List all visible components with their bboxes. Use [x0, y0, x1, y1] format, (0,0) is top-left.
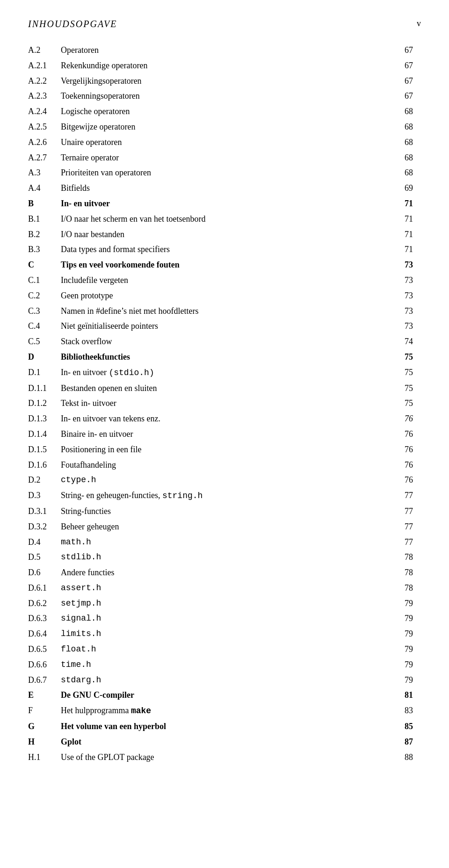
- toc-entry: D.6.1assert.h78: [28, 581, 421, 595]
- toc-section-number: A.2.7: [28, 151, 61, 165]
- toc-entry: CTips en veel voorkomende fouten73: [28, 258, 421, 272]
- toc-page-number: 77: [398, 505, 421, 518]
- toc-page-number: 78: [398, 550, 421, 564]
- toc-entry: A.2.7Ternaire operator68: [28, 151, 421, 165]
- toc-page-number: 73: [398, 304, 421, 318]
- toc-entry: D.1.1Bestanden openen en sluiten75: [28, 382, 421, 395]
- toc-entry: C.1Includefile vergeten73: [28, 274, 421, 287]
- toc-section-number: C.3: [28, 304, 61, 318]
- toc-entry: A.2.3Toekenningsoperatoren67: [28, 89, 421, 103]
- toc-section-title: signal.h: [61, 612, 398, 625]
- toc-entry: A.2Operatoren67: [28, 43, 421, 57]
- toc-section-title: Prioriteiten van operatoren: [61, 166, 398, 180]
- toc-section-title: Positionering in een file: [61, 443, 398, 456]
- toc-section-number: D.4: [28, 535, 61, 549]
- toc-entry: D.4math.h77: [28, 535, 421, 549]
- toc-page-number: 67: [398, 59, 421, 72]
- toc-page-number: 79: [398, 627, 421, 641]
- toc-page-number: 76: [398, 443, 421, 456]
- toc-section-title: Bitfields: [61, 181, 398, 195]
- toc-section-number: A.4: [28, 181, 61, 195]
- toc-section-title: Toekenningsoperatoren: [61, 89, 398, 103]
- toc-page-number: 68: [398, 166, 421, 180]
- toc-section-number: D.1.1: [28, 382, 61, 395]
- toc-page-number: 71: [398, 212, 421, 226]
- toc-page-number: 71: [398, 228, 421, 241]
- toc-section-number: A.2: [28, 43, 61, 57]
- toc-section-title: Het hulpprogramma make: [61, 704, 398, 718]
- toc-section-title: In- en uitvoer (stdio.h): [61, 366, 398, 380]
- toc-page-number: 77: [398, 520, 421, 534]
- toc-section-number: D.3: [28, 489, 61, 503]
- toc-page-number: 81: [398, 688, 421, 702]
- toc-section-title: Ternaire operator: [61, 151, 398, 165]
- toc-entry: C.2Geen prototype73: [28, 289, 421, 303]
- toc-entry: B.3Data types and format specifiers71: [28, 243, 421, 256]
- toc-section-title: Foutafhandeling: [61, 458, 398, 472]
- toc-entry: B.1I/O naar het scherm en van het toetse…: [28, 212, 421, 226]
- toc-entry: D.6.3signal.h79: [28, 612, 421, 625]
- toc-page-number: 79: [398, 612, 421, 625]
- toc-entry: D.1In- en uitvoer (stdio.h)75: [28, 366, 421, 380]
- toc-section-title: ctype.h: [61, 473, 398, 487]
- toc-section-number: D.6.4: [28, 627, 61, 641]
- toc-page-number: 67: [398, 89, 421, 103]
- toc-page-number: 76: [398, 427, 421, 441]
- toc-section-title: Bibliotheekfuncties: [61, 350, 398, 364]
- toc-section-title: time.h: [61, 658, 398, 672]
- toc-section-title: math.h: [61, 535, 398, 549]
- toc-section-number: D.1.2: [28, 397, 61, 410]
- toc-section-number: D.1.5: [28, 443, 61, 456]
- page-header: INHOUDSOPGAVE v: [28, 19, 421, 29]
- toc-page-number: 75: [398, 366, 421, 380]
- toc-entry: D.3String- en geheugen-functies, string.…: [28, 489, 421, 503]
- toc-section-number: D.1.3: [28, 412, 61, 426]
- toc-section-number: D.6.2: [28, 597, 61, 610]
- toc-entry: D.6.6time.h79: [28, 658, 421, 672]
- toc-section-number: B: [28, 197, 61, 210]
- toc-section-title: setjmp.h: [61, 597, 398, 610]
- toc-section-number: D.6.6: [28, 658, 61, 672]
- toc-section-title: float.h: [61, 643, 398, 656]
- toc-section-number: A.2.3: [28, 89, 61, 103]
- toc-entry: A.4Bitfields69: [28, 181, 421, 195]
- toc-page-number: 71: [398, 243, 421, 256]
- toc-section-number: C.2: [28, 289, 61, 303]
- toc-entry: A.3Prioriteiten van operatoren68: [28, 166, 421, 180]
- toc-section-title: Gplot: [61, 735, 398, 749]
- toc-heading: INHOUDSOPGAVE: [28, 19, 117, 29]
- toc-section-title: Stack overflow: [61, 335, 398, 348]
- toc-section-title: Logische operatoren: [61, 105, 398, 118]
- toc-entry: HGplot87: [28, 735, 421, 749]
- toc-container: A.2Operatoren67A.2.1Rekenkundige operato…: [28, 43, 421, 764]
- toc-entry: BIn- en uitvoer71: [28, 197, 421, 210]
- toc-entry: D.3.2Beheer geheugen77: [28, 520, 421, 534]
- toc-section-number: D.1.6: [28, 458, 61, 472]
- toc-entry: C.5Stack overflow74: [28, 335, 421, 348]
- toc-page-number: 76: [398, 458, 421, 472]
- toc-page-number: 73: [398, 289, 421, 303]
- toc-page-number: 83: [398, 704, 421, 718]
- toc-page-number: 79: [398, 658, 421, 672]
- toc-entry: D.1.6Foutafhandeling76: [28, 458, 421, 472]
- toc-section-title: assert.h: [61, 581, 398, 595]
- toc-page-number: 88: [398, 751, 421, 764]
- toc-section-number: G: [28, 720, 61, 733]
- toc-page-number: 75: [398, 397, 421, 410]
- toc-section-number: B.1: [28, 212, 61, 226]
- toc-page-number: 68: [398, 120, 421, 134]
- toc-section-title: Rekenkundige operatoren: [61, 59, 398, 72]
- toc-entry: D.6.2setjmp.h79: [28, 597, 421, 610]
- toc-section-number: C.1: [28, 274, 61, 287]
- toc-section-number: D.3.2: [28, 520, 61, 534]
- toc-section-title: I/O naar bestanden: [61, 228, 398, 241]
- toc-page-number: 75: [398, 350, 421, 364]
- toc-page-number: 73: [398, 258, 421, 272]
- toc-section-number: D.6.5: [28, 643, 61, 656]
- toc-entry: D.1.2Tekst in- uitvoer75: [28, 397, 421, 410]
- toc-section-number: C: [28, 258, 61, 272]
- toc-entry: D.6.7stdarg.h79: [28, 673, 421, 687]
- toc-section-number: A.2.1: [28, 59, 61, 72]
- toc-page-number: 87: [398, 735, 421, 749]
- toc-section-number: C.5: [28, 335, 61, 348]
